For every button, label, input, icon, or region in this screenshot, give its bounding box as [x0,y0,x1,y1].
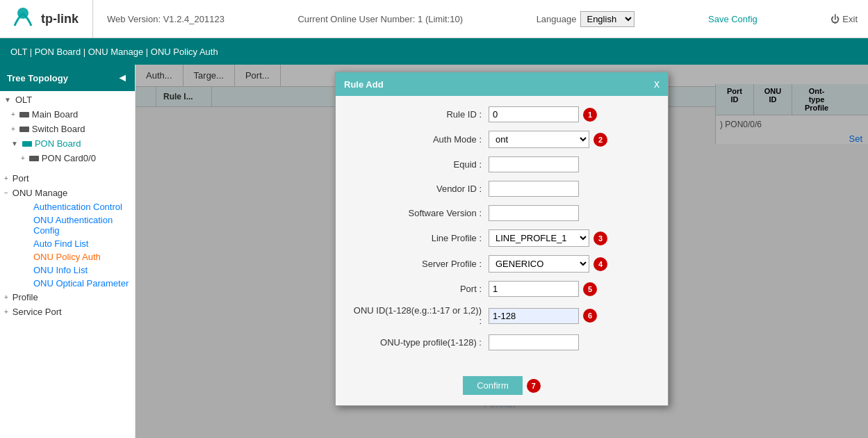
port-label: Port [13,173,29,184]
poncard-icon [29,156,39,161]
power-icon: ⏻ [830,14,840,24]
step-badge-7: 7 [527,379,541,393]
language-area: Language English Chinese [537,11,635,27]
label-port: Port : [350,284,489,294]
sidebar-item-onuauthconfig[interactable]: ONU Authentication Config [0,213,135,237]
label-vendorid: Vendor ID : [350,184,489,194]
select-authmode[interactable]: ont mac loid [489,131,589,148]
step-badge-3: 3 [593,232,607,245]
plus-icon-port: + [4,175,8,182]
field-onuid: ONU ID(1-128(e.g.:1-17 or 1,2)) : 6 [350,305,654,326]
sidebar-header: Tree Topology ◄ [0,65,135,91]
input-port[interactable] [489,281,579,297]
label-onuid: ONU ID(1-128(e.g.:1-17 or 1,2)) : [350,305,489,326]
tree-item-switchboard[interactable]: + Switch Board [0,122,135,136]
field-serverprofile: Server Profile : GENERICO DEFAULT 4 [350,255,654,273]
sidebar: Tree Topology ◄ ▼ OLT + Main Board + Swi… [0,65,136,438]
input-vendorid[interactable] [489,181,579,197]
menu-item-serviceport[interactable]: + Service Port [0,305,135,319]
ponboard-label: PON Board [35,138,81,149]
tree-item-mainboard[interactable]: + Main Board [0,107,135,122]
input-onutypeprofile[interactable] [489,334,579,350]
header-info: Web Version: V1.2.4_201123 Current Onlin… [107,11,858,27]
step-badge-2: 2 [593,133,607,147]
tree-node-olt: ▼ OLT + Main Board + Switch Board ▼ PON … [0,91,135,167]
field-lineprofile: Line Profile : LINE_PROFLE_1 LINE_PROFLE… [350,229,654,247]
plus-icon-serviceport: + [4,308,8,316]
tree-item-ponboard[interactable]: ▼ PON Board [0,136,135,151]
sidebar-item-authcontrol[interactable]: Authentication Control [0,200,135,213]
input-equid[interactable] [489,156,579,172]
modal-body: Rule ID : 1 Auth Mode : ont mac loid 2 [336,96,668,369]
select-serverprofile[interactable]: GENERICO DEFAULT [489,255,589,273]
field-onutypeprofile: ONU-type profile(1-128) : [350,334,654,350]
plus-icon-profile: + [4,293,8,301]
sidebar-title: Tree Topology [7,73,68,83]
sidebar-item-onuoptical[interactable]: ONU Optical Parameter [0,277,135,290]
exit-area[interactable]: ⏻ Exit [830,14,858,24]
switchboard-icon [19,127,29,132]
menu-item-port[interactable]: + Port [0,171,135,186]
input-softwareversion[interactable] [489,205,579,221]
step-badge-4: 4 [593,257,607,271]
expand-icon-olt: ▼ [4,96,11,104]
expand-icon-mainboard: + [11,111,15,118]
modal-overlay: Rule Add x Rule ID : 1 Auth Mode : ont [136,65,868,438]
input-onuid[interactable] [489,308,579,324]
menu-section: + Port − ONU Manage Authentication Contr… [0,171,135,319]
tree-item-olt[interactable]: ▼ OLT [0,92,135,107]
menu-item-profile[interactable]: + Profile [0,290,135,305]
step-badge-6: 6 [583,309,597,323]
expand-icon-poncard: + [21,154,25,162]
label-ruleid: Rule ID : [350,109,489,120]
label-serverprofile: Server Profile : [350,259,489,269]
label-softwareversion: Software Version : [350,208,489,218]
tp-link-logo-icon [10,6,35,31]
confirm-button[interactable]: Confirm [463,376,523,395]
main-layout: Tree Topology ◄ ▼ OLT + Main Board + Swi… [0,65,868,438]
field-authmode: Auth Mode : ont mac loid 2 [350,131,654,148]
label-authmode: Auth Mode : [350,134,489,145]
field-softwareversion: Software Version : [350,205,654,221]
logo-area: tp-link [10,0,93,38]
input-ruleid[interactable] [489,106,579,122]
language-label: Language [537,14,577,24]
ponboard-icon [22,141,32,147]
mainboard-label: Main Board [32,109,78,120]
modal-dialog: Rule Add x Rule ID : 1 Auth Mode : ont [335,72,669,406]
exit-label: Exit [842,14,858,24]
expand-icon-ponboard: ▼ [11,140,18,147]
field-equid: Equid : [350,156,654,172]
label-onutypeprofile: ONU-type profile(1-128) : [350,337,489,348]
online-users: Current Online User Number: 1 (Limit:10) [297,14,463,24]
olt-label: OLT [15,95,32,105]
modal-close-button[interactable]: x [654,78,660,90]
field-vendorid: Vendor ID : [350,181,654,197]
menu-item-onumanage[interactable]: − ONU Manage [0,186,135,200]
step-badge-5: 5 [583,282,597,296]
save-config-link[interactable]: Save Config [708,14,758,24]
language-select[interactable]: English Chinese [580,11,634,27]
step-badge-1: 1 [583,108,597,122]
breadcrumb: OLT | PON Board | ONU Manage | ONU Polic… [10,47,218,57]
switchboard-label: Switch Board [32,124,85,134]
header: tp-link Web Version: V1.2.4_201123 Curre… [0,0,868,38]
minus-icon-onumanage: − [4,189,8,197]
mainboard-icon [19,112,29,117]
confirm-label: Confirm [477,380,509,391]
poncard-label: PON Card0/0 [42,153,96,163]
select-lineprofile[interactable]: LINE_PROFLE_1 LINE_PROFLE_2 [489,229,589,247]
nav-bar: OLT | PON Board | ONU Manage | ONU Polic… [0,38,868,65]
expand-icon-switchboard: + [11,125,15,133]
web-version: Web Version: V1.2.4_201123 [107,14,224,24]
modal-footer: Confirm 7 [336,369,668,405]
field-port: Port : 5 [350,281,654,297]
sidebar-item-onuinfolist[interactable]: ONU Info List [0,263,135,277]
sidebar-item-autofindlist[interactable]: Auto Find List [0,237,135,250]
sidebar-item-onupolicyauth[interactable]: ONU Policy Auth [0,250,135,263]
modal-title: Rule Add [344,79,384,90]
modal-title-bar: Rule Add x [336,72,668,96]
tree-item-poncard[interactable]: + PON Card0/0 [0,151,135,165]
sidebar-toggle-button[interactable]: ◄ [117,72,128,84]
serviceport-label: Service Port [13,307,62,317]
